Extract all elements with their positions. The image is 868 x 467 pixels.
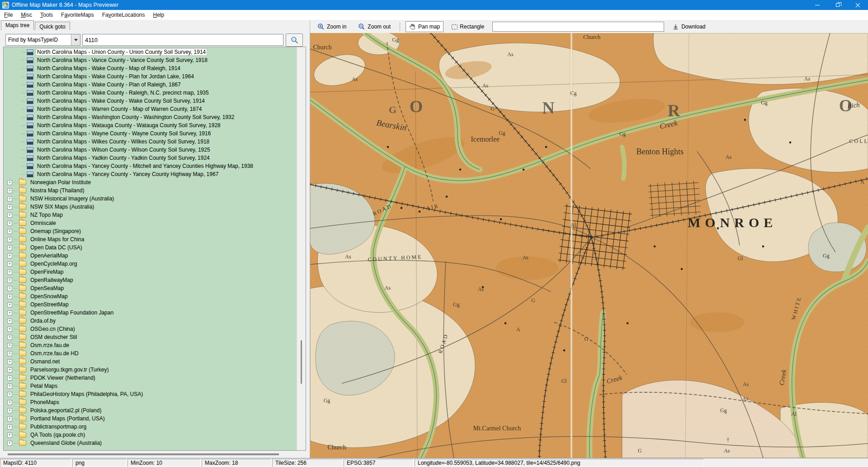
tree-item[interactable]: OpenStreetMap Foundation Japan bbox=[4, 309, 297, 317]
expand-plus-icon[interactable] bbox=[7, 367, 12, 372]
tree-item[interactable]: North Carolina Maps - Wake County - Rale… bbox=[4, 89, 297, 97]
expand-plus-icon[interactable] bbox=[7, 359, 12, 364]
expand-plus-icon[interactable] bbox=[7, 294, 12, 299]
tree-item[interactable]: NSW SIX Maps (Australia) bbox=[4, 203, 297, 211]
expand-plus-icon[interactable] bbox=[7, 376, 12, 381]
tree-item[interactable]: North Carolina Maps - Union County - Uni… bbox=[4, 48, 297, 56]
tree-horizontal-scrollbar[interactable] bbox=[3, 452, 306, 457]
tree-item[interactable]: North Carolina Maps - Wake County - Wake… bbox=[4, 97, 297, 105]
tree-item[interactable]: OpenRailwayMap bbox=[4, 276, 297, 284]
tree-item[interactable]: North Carolina Maps - Warren County - Ma… bbox=[4, 105, 297, 113]
tree-item[interactable]: Norwegian Polar Institute bbox=[4, 178, 297, 186]
tree-item[interactable]: OpenSeaMap bbox=[4, 284, 297, 292]
tree-item[interactable]: Open Data DC (USA) bbox=[4, 243, 297, 252]
tree-item[interactable]: Nostra Map (Thailand) bbox=[4, 186, 297, 195]
expand-plus-icon[interactable] bbox=[7, 310, 12, 315]
tree-item[interactable]: North Carolina Maps - Wake County - Map … bbox=[4, 64, 297, 72]
tree-item[interactable]: OpenFireMap bbox=[4, 268, 297, 276]
toolbar-input[interactable] bbox=[492, 22, 664, 32]
horizontal-scroll-thumb[interactable] bbox=[8, 453, 279, 455]
expand-plus-icon[interactable] bbox=[7, 270, 12, 275]
expand-plus-icon[interactable] bbox=[7, 441, 12, 446]
minimize-button[interactable] bbox=[807, 0, 827, 10]
tree-item[interactable]: North Carolina Maps - Yancey County - Ya… bbox=[4, 170, 297, 178]
expand-plus-icon[interactable] bbox=[7, 302, 12, 307]
tree-item[interactable]: Omniscale bbox=[4, 219, 297, 227]
tree-item[interactable]: Queensland Globe (Australia) bbox=[4, 439, 297, 447]
find-mode-select[interactable]: Find by MapsTypeID bbox=[5, 34, 80, 46]
zoom-in-button[interactable]: Zoom in bbox=[314, 21, 350, 32]
expand-plus-icon[interactable] bbox=[7, 188, 12, 193]
tree-item[interactable]: Osmand.net bbox=[4, 357, 297, 366]
expand-plus-icon[interactable] bbox=[7, 221, 12, 226]
tree-item[interactable]: Parselsorgu.tkgm.gov.tr (Turkey) bbox=[4, 366, 297, 374]
menu-item[interactable]: FavoriteMaps bbox=[57, 10, 98, 20]
expand-plus-icon[interactable] bbox=[7, 416, 12, 421]
expand-plus-icon[interactable] bbox=[7, 384, 12, 389]
expand-plus-icon[interactable] bbox=[7, 433, 12, 438]
expand-plus-icon[interactable] bbox=[7, 180, 12, 185]
expand-plus-icon[interactable] bbox=[7, 351, 12, 356]
expand-plus-icon[interactable] bbox=[7, 205, 12, 210]
menu-item[interactable]: FavoriteLocations bbox=[98, 10, 149, 20]
expand-plus-icon[interactable] bbox=[7, 408, 12, 413]
search-button[interactable] bbox=[286, 33, 303, 47]
restore-button[interactable] bbox=[827, 0, 848, 10]
tree-item[interactable]: North Carolina Maps - Wayne County - Way… bbox=[4, 129, 297, 138]
download-button[interactable]: Download bbox=[669, 22, 709, 32]
menu-item[interactable]: Tools bbox=[36, 10, 57, 20]
tree-item[interactable]: OpenStreetMap bbox=[4, 300, 297, 309]
expand-plus-icon[interactable] bbox=[7, 343, 12, 348]
menu-item[interactable]: File bbox=[0, 10, 17, 20]
expand-plus-icon[interactable] bbox=[7, 400, 12, 405]
tree-item[interactable]: Onemap (Singapore) bbox=[4, 227, 297, 235]
tree-item[interactable]: OpenCycleMap.org bbox=[4, 260, 297, 268]
tree-item[interactable]: North Carolina Maps - Washington County … bbox=[4, 113, 297, 121]
tree-item[interactable]: Portland Maps (Portland, USA) bbox=[4, 415, 297, 423]
tree-item[interactable]: QA Tools (qa.poole.ch) bbox=[4, 431, 297, 439]
expand-plus-icon[interactable] bbox=[7, 335, 12, 340]
vertical-scroll-thumb[interactable] bbox=[301, 340, 302, 384]
tree-item[interactable]: NSW Historical Imagery (Australia) bbox=[4, 195, 297, 203]
expand-plus-icon[interactable] bbox=[7, 286, 12, 291]
zoom-out-button[interactable]: Zoom out bbox=[354, 21, 394, 32]
tree-item[interactable]: Publictransportmap.org bbox=[4, 423, 297, 431]
tree-item[interactable]: Online Maps for China bbox=[4, 235, 297, 243]
tree-item[interactable]: Petal Maps bbox=[4, 382, 297, 390]
expand-plus-icon[interactable] bbox=[7, 278, 12, 283]
tree-item[interactable]: North Carolina Maps - Wilkes County - Wi… bbox=[4, 138, 297, 146]
close-button[interactable] bbox=[848, 0, 868, 10]
tab[interactable]: Quick goto bbox=[35, 22, 70, 30]
tree-item[interactable]: North Carolina Maps - Wake County - Plan… bbox=[4, 81, 297, 89]
expand-plus-icon[interactable] bbox=[7, 319, 12, 324]
tree-item[interactable]: Orda.of.by bbox=[4, 317, 297, 325]
pan-map-button[interactable]: Pan map bbox=[406, 21, 443, 32]
tree-item[interactable]: PhoneMaps bbox=[4, 398, 297, 406]
expand-plus-icon[interactable] bbox=[7, 196, 12, 201]
tree-item[interactable]: OpenAerialMap bbox=[4, 252, 297, 260]
tree-item[interactable]: North Carolina Maps - Vance County - Van… bbox=[4, 56, 297, 64]
tree-item[interactable]: North Carolina Maps - Yancey County - Mi… bbox=[4, 162, 297, 170]
tree-item[interactable]: NZ Topo Map bbox=[4, 211, 297, 219]
expand-plus-icon[interactable] bbox=[7, 229, 12, 234]
combo-dropdown-button[interactable] bbox=[71, 34, 80, 45]
map-preview[interactable]: ChurchChurchOGNROBearskinCreekIcemorleeB… bbox=[310, 33, 868, 458]
tree-item[interactable]: PDOK Viewer (Netherland) bbox=[4, 374, 297, 382]
tree-item[interactable]: North Carolina Maps - Wilson County - Wi… bbox=[4, 146, 297, 154]
tree-item[interactable]: North Carolina Maps - Wake County - Plan… bbox=[4, 72, 297, 81]
tree-item[interactable]: North Carolina Maps - Watauga County - W… bbox=[4, 121, 297, 129]
expand-plus-icon[interactable] bbox=[7, 262, 12, 267]
tree-item[interactable]: Osm.rrze.fau.de HD bbox=[4, 349, 297, 357]
search-input[interactable] bbox=[82, 34, 283, 46]
menu-item[interactable]: Misc bbox=[17, 10, 36, 20]
tree-vertical-scrollbar[interactable] bbox=[297, 47, 306, 450]
tab[interactable]: Maps tree bbox=[1, 20, 34, 30]
rectangle-button[interactable]: Rectangle bbox=[448, 22, 488, 32]
expand-plus-icon[interactable] bbox=[7, 245, 12, 250]
tree-item[interactable]: Osm.rrze.fau.de bbox=[4, 341, 297, 349]
expand-plus-icon[interactable] bbox=[7, 237, 12, 242]
expand-plus-icon[interactable] bbox=[7, 213, 12, 218]
expand-plus-icon[interactable] bbox=[7, 253, 12, 258]
tree-item[interactable]: OpenSnowMap bbox=[4, 292, 297, 300]
tree-item[interactable]: PhilaGeoHistory Maps (Philadelphia, PA, … bbox=[4, 390, 297, 398]
